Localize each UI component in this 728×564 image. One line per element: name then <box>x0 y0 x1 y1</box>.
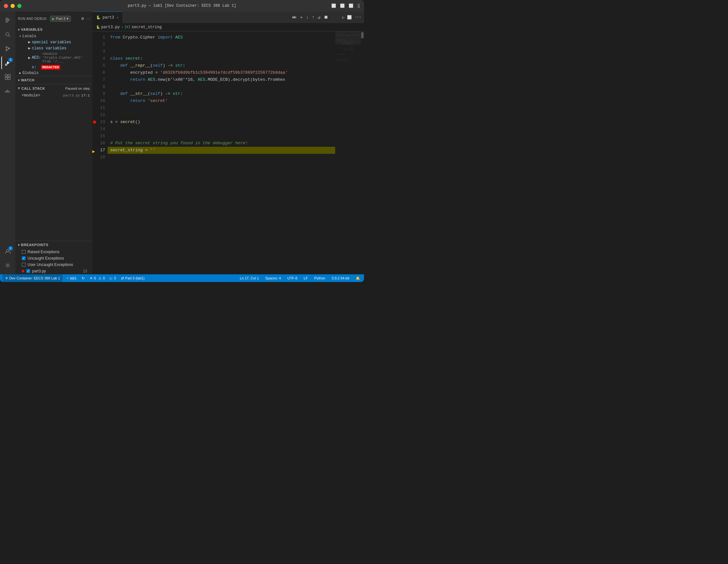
python-version[interactable]: 3.9.2 64-bit <box>330 274 351 282</box>
watch-label: WATCH <box>21 78 35 82</box>
breakpoints-label: BREAKPOINTS <box>21 243 49 247</box>
callstack-frame-item[interactable]: <module> part3.py 17:1 <box>15 92 92 99</box>
run-code-icon[interactable]: ▷ <box>342 15 344 20</box>
step-over-icon[interactable]: ↷ <box>300 15 302 20</box>
chevron-down-icon: ▾ <box>67 17 69 21</box>
maximize-button[interactable] <box>17 4 21 8</box>
gutter-line-1: 1 <box>92 34 108 41</box>
code-line-4: class secret: <box>108 55 335 62</box>
layout-icon-2[interactable]: ⬜ <box>340 4 345 8</box>
layout-icon-3[interactable]: ⬜ <box>349 4 353 8</box>
step-out-icon[interactable]: ↑ <box>312 15 314 20</box>
play-icon: ▶ <box>52 17 55 21</box>
code-line-8 <box>108 83 335 90</box>
cursor-position[interactable]: Ln 17, Col 1 <box>238 274 260 282</box>
chevron-icon: ▶ <box>19 71 21 75</box>
breadcrumb-file[interactable]: part3.py <box>101 25 120 29</box>
code-line-17: secret_string = '' <box>108 147 335 154</box>
var-value: <module 'Crypto.Cipher.AES' from '/... <box>42 52 91 63</box>
breadcrumb-symbol-icon: [e] <box>125 25 130 29</box>
close-button[interactable] <box>4 4 8 8</box>
sync-indicator[interactable]: ↻ <box>80 274 86 282</box>
breadcrumb-symbol[interactable]: secret_string <box>132 25 162 29</box>
step-into-icon[interactable]: ↓ <box>306 15 309 20</box>
code-line-9: def __str__(self) -> str: <box>108 90 335 97</box>
var-class-variables[interactable]: ▶ class variables <box>18 45 92 51</box>
titlebar: part3.py — lab1 [Dev Container: EECS 388… <box>0 0 364 12</box>
sidebar-item-extensions[interactable] <box>1 71 14 83</box>
globals-group[interactable]: ▶ Globals <box>18 70 92 76</box>
line-ending-label: LF <box>304 276 308 280</box>
gear-icon[interactable]: ⚙ <box>81 17 84 21</box>
editor-tab-part3[interactable]: 🐍 part3 ✕ <box>92 12 122 23</box>
redacted-value: REDACTED <box>41 65 61 70</box>
callstack-status: Paused on step <box>65 87 90 90</box>
layout-icon-1[interactable]: ⬜ <box>331 4 336 8</box>
remote-icon: ✕ <box>5 276 8 280</box>
svg-point-7 <box>6 50 7 51</box>
more-actions-icon[interactable]: ··· <box>354 15 361 20</box>
gutter-line-15: 15 <box>92 133 108 140</box>
layout-icon-4[interactable]: ⣿ <box>357 4 360 8</box>
minimap-slider[interactable] <box>335 31 361 44</box>
code-editor[interactable]: 1 2 3 4 5 6 7 8 9 10 11 12 13 14 15 16 <box>92 31 364 274</box>
watch-header[interactable]: ▾ WATCH <box>15 76 92 84</box>
run-indicator[interactable]: ▷ 3 <box>109 274 117 282</box>
errors-indicator[interactable]: ✕ 0 ⚠ 0 <box>88 274 106 282</box>
minimap[interactable]: from Crypto.Cipher import AES class secr… <box>335 31 361 274</box>
frame-file: part3.py <box>63 94 80 97</box>
line-ending[interactable]: LF <box>302 274 309 282</box>
bp-checkbox-raised[interactable] <box>22 250 26 254</box>
editor-top-right: ▷ ⬜ ··· <box>340 12 364 23</box>
svg-point-4 <box>6 33 9 36</box>
svg-line-5 <box>9 36 10 37</box>
remote-indicator[interactable]: ✕ Dev Container: EECS 388 Lab 1 <box>3 274 62 282</box>
bp-checkbox-uncaught[interactable]: ✓ <box>22 256 26 260</box>
minimize-button[interactable] <box>11 4 15 8</box>
language-mode[interactable]: Python <box>313 274 327 282</box>
locals-group[interactable]: ▾ Locals <box>18 33 92 39</box>
debug-config-indicator[interactable]: ⇄ Part 3 (lab1) <box>120 274 146 282</box>
error-icon: ✕ <box>90 276 93 280</box>
bp-checkbox-part3[interactable]: ✓ <box>26 269 30 273</box>
sidebar-item-search[interactable] <box>1 28 14 41</box>
sidebar-item-settings[interactable] <box>1 259 14 272</box>
vertical-scrollbar[interactable] <box>361 31 364 274</box>
tab-close-icon[interactable]: ✕ <box>117 16 119 20</box>
var-s[interactable]: ▶ s: REDACTED <box>18 64 92 70</box>
breakpoints-header[interactable]: ▾ BREAKPOINTS <box>15 241 92 249</box>
more-icon[interactable]: ··· <box>87 17 90 21</box>
svg-rect-15 <box>8 74 10 77</box>
restart-icon[interactable]: ↺ <box>318 15 320 20</box>
variables-header[interactable]: ▾ VARIABLES <box>15 26 92 33</box>
sidebar-item-docker[interactable] <box>1 86 14 99</box>
watch-section: ▾ WATCH <box>15 76 92 84</box>
chevron-icon: ▾ <box>18 86 20 90</box>
sidebar-item-explorer[interactable] <box>1 14 14 27</box>
sidebar-item-account[interactable]: 1 <box>1 245 14 258</box>
code-lines[interactable]: from Crypto.Cipher import AES class secr… <box>108 31 335 274</box>
editor-area: 🐍 part3 ✕ ⏭ ↷ ↓ ↑ ↺ ⏹ ▷ ⬜ ··· 🐍 part3.py <box>92 12 364 274</box>
continue-icon[interactable]: ⏭ <box>292 15 297 20</box>
sidebar-item-source-control[interactable] <box>1 42 14 55</box>
callstack-title[interactable]: ▾ CALL STACK <box>18 86 45 90</box>
split-editor-icon[interactable]: ⬜ <box>347 15 352 20</box>
chevron-icon: ▾ <box>18 79 20 82</box>
indentation[interactable]: Spaces: 4 <box>264 274 282 282</box>
svg-rect-14 <box>5 74 7 77</box>
notifications[interactable]: 🔔 <box>354 274 361 282</box>
var-aes[interactable]: ▶ AES: <module 'Crypto.Cipher.AES' from … <box>18 51 92 64</box>
svg-line-11 <box>7 48 9 50</box>
variables-section: ▾ VARIABLES ▾ Locals ▶ special variables… <box>15 26 92 76</box>
account-badge: 1 <box>8 246 13 251</box>
debug-config-dropdown[interactable]: ▶ Part 3 ▾ <box>50 16 71 22</box>
bp-checkbox-user-uncaught[interactable] <box>22 263 26 267</box>
stop-icon[interactable]: ⏹ <box>324 15 328 20</box>
encoding[interactable]: UTF-8 <box>286 274 299 282</box>
branch-indicator[interactable]: ⑂ lab1 <box>65 274 78 282</box>
spaces-label: Spaces: 4 <box>265 276 281 280</box>
scrollbar-thumb[interactable] <box>361 32 364 38</box>
frame-line: 17:1 <box>81 94 90 97</box>
sidebar-item-run-debug[interactable]: 1 <box>1 56 14 69</box>
var-special-variables[interactable]: ▶ special variables <box>18 39 92 45</box>
